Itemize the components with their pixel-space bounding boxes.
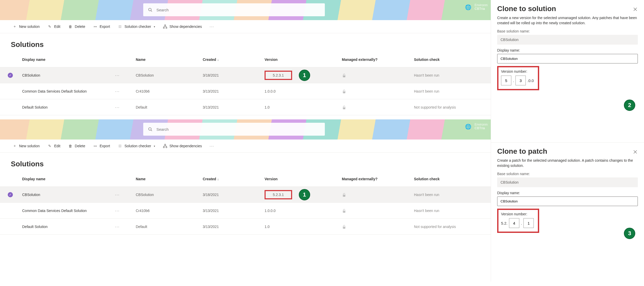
display-name-input[interactable] — [497, 54, 638, 63]
row-more-button[interactable]: ··· — [114, 207, 134, 215]
delete-button[interactable]: 🗑Delete — [65, 142, 88, 150]
export-button[interactable]: ↦ Export — [90, 23, 113, 30]
table-row[interactable]: Default Solution···Default3/13/20211.0🔒N… — [0, 219, 491, 235]
managed-cell: 🔒 — [340, 223, 412, 231]
new-solution-button[interactable]: ＋ New solution — [9, 23, 43, 30]
chevron-down-icon: ▾ — [154, 145, 155, 148]
version-label: Version number: — [501, 69, 534, 73]
svg-line-6 — [151, 130, 152, 131]
display-name-input[interactable] — [497, 197, 638, 206]
command-bar: ＋ New solution ✎ Edit 🗑 Delete ↦ Export … — [0, 20, 491, 33]
col-name[interactable]: Name — [134, 52, 201, 66]
col-managed[interactable]: Managed externally? — [340, 172, 412, 186]
panel-title: Clone to solution — [497, 5, 638, 13]
version-prefix: 5.2. — [501, 221, 507, 225]
checker-icon: ✓⃝ — [118, 144, 122, 148]
svg-point-5 — [148, 128, 151, 130]
base-name-label: Base solution name: — [497, 172, 638, 176]
table-row[interactable]: ✓CBSolution···CBSolution3/18/20215.2.3.1… — [0, 67, 491, 83]
col-check[interactable]: Solution check — [412, 52, 485, 66]
col-created[interactable]: Created↓ — [201, 52, 263, 66]
version-label: Version number: — [501, 212, 534, 216]
created-cell: 3/13/2021 — [201, 207, 263, 215]
delete-button[interactable]: 🗑 Delete — [65, 23, 88, 30]
page-title: Solutions — [0, 33, 491, 51]
search-box[interactable] — [143, 123, 325, 136]
new-solution-button[interactable]: ＋New solution — [9, 142, 43, 150]
version-suffix: .0.0 — [527, 78, 534, 83]
row-more-button[interactable]: ··· — [114, 191, 134, 199]
table-row[interactable]: ✓CBSolution···CBSolution3/18/20215.2.3.1… — [0, 187, 491, 203]
row-more-button[interactable]: ··· — [114, 223, 134, 231]
col-managed[interactable]: Managed externally? — [340, 52, 412, 66]
managed-cell: 🔒 — [340, 71, 412, 79]
solution-checker-button[interactable]: ✓⃝ Solution checker ▾ — [115, 23, 158, 30]
col-display-name[interactable]: Display name — [21, 172, 114, 186]
globe-icon: 🌐 — [465, 4, 471, 10]
row-more-button[interactable]: ··· — [114, 103, 134, 111]
solution-checker-button[interactable]: ✓⃝Solution checker▾ — [115, 142, 158, 150]
display-name-cell: CBSolution — [21, 71, 114, 79]
version-number-group: Version number: 5.2. . — [497, 209, 539, 233]
page-title: Solutions — [0, 153, 491, 171]
environment-badge[interactable]: 🌐 Environm CBTria — [465, 4, 488, 11]
version-cell: 5.2.3.11 — [263, 68, 340, 83]
version-major-input[interactable] — [501, 76, 511, 85]
edit-button[interactable]: ✎ Edit — [44, 23, 63, 30]
dependencies-icon — [163, 24, 167, 29]
export-button[interactable]: ↦Export — [90, 142, 113, 150]
col-check[interactable]: Solution check — [412, 172, 485, 186]
version-build-input[interactable] — [509, 218, 519, 228]
environment-badge[interactable]: 🌐 Environm CBTria — [465, 123, 488, 130]
export-icon: ↦ — [93, 144, 98, 148]
pencil-icon: ✎ — [47, 144, 52, 148]
close-button[interactable] — [632, 6, 639, 13]
env-name: CBTria — [474, 7, 488, 11]
plus-icon: ＋ — [12, 24, 17, 29]
panel-description: Create a patch for the selected unmanage… — [497, 158, 638, 168]
solutions-table: Display name Name Created↓ Version Manag… — [0, 171, 491, 235]
col-display-name[interactable]: Display name — [21, 52, 114, 66]
show-dependencies-button[interactable]: Show dependencies — [160, 142, 205, 150]
solution-check-cell: Hasn't been run — [412, 71, 485, 79]
show-dependencies-button[interactable]: Show dependencies — [160, 23, 205, 30]
header-banner: 🌐 Environm CBTria — [0, 119, 491, 140]
table-row[interactable]: Default Solution···Default3/13/20211.0🔒N… — [0, 99, 491, 115]
col-created[interactable]: Created↓ — [201, 172, 263, 186]
solution-check-cell: Hasn't been run — [412, 87, 485, 95]
lock-icon: 🔒 — [342, 209, 346, 213]
search-input[interactable] — [156, 127, 320, 132]
version-number-group: Version number: . .0.0 — [497, 66, 539, 90]
trash-icon: 🗑 — [68, 144, 73, 148]
overflow-button[interactable]: ··· — [207, 23, 217, 30]
display-name-label: Display name: — [497, 48, 638, 52]
search-box[interactable] — [143, 3, 325, 16]
pencil-icon: ✎ — [47, 24, 52, 29]
row-more-button[interactable]: ··· — [114, 71, 134, 79]
sort-desc-icon: ↓ — [216, 58, 219, 62]
search-input[interactable] — [156, 7, 320, 12]
name-cell: Default — [134, 223, 201, 231]
display-name-cell: Default Solution — [21, 103, 114, 111]
col-name[interactable]: Name — [134, 172, 201, 186]
name-cell: Default — [134, 103, 201, 111]
col-version[interactable]: Version — [263, 52, 340, 66]
overflow-button[interactable]: ··· — [207, 142, 217, 150]
col-version[interactable]: Version — [263, 172, 340, 186]
row-more-button[interactable]: ··· — [114, 87, 134, 95]
table-row[interactable]: Common Data Services Default Solution···… — [0, 203, 491, 219]
lock-icon: 🔒 — [342, 225, 346, 229]
table-row[interactable]: Common Data Services Default Solution···… — [0, 83, 491, 99]
version-minor-input[interactable] — [515, 76, 526, 85]
edit-button[interactable]: ✎Edit — [44, 142, 63, 150]
base-name-label: Base solution name: — [497, 29, 638, 33]
display-name-label: Display name: — [497, 191, 638, 195]
annotation-badge: 1 — [299, 189, 310, 200]
annotation-badge: 3 — [624, 228, 635, 239]
annotation-badge: 2 — [624, 100, 635, 111]
version-rev-input[interactable] — [523, 218, 534, 228]
annotation-badge: 1 — [299, 70, 310, 81]
close-button[interactable] — [632, 148, 639, 156]
managed-cell: 🔒 — [340, 87, 412, 95]
managed-cell: 🔒 — [340, 191, 412, 199]
